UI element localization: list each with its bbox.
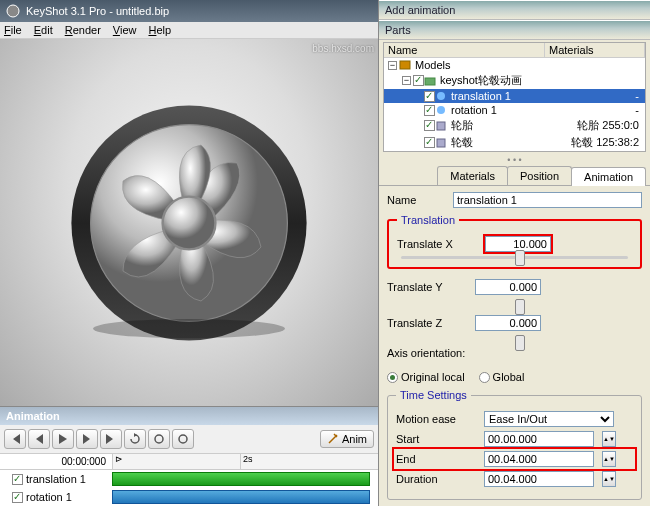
- expand-toggle[interactable]: −: [402, 76, 411, 85]
- svg-point-9: [437, 92, 445, 100]
- track-bar-rotation[interactable]: [112, 490, 370, 504]
- group-icon: [424, 75, 438, 87]
- ty-label: Translate Y: [387, 281, 467, 293]
- add-animation-label: Anim: [342, 433, 367, 445]
- duration-label: Duration: [396, 473, 476, 485]
- track-row-rotation[interactable]: rotation 1: [0, 488, 378, 506]
- duration-input[interactable]: [484, 471, 594, 487]
- play-button[interactable]: [52, 429, 74, 449]
- node-group[interactable]: keyshot轮毂动画: [440, 73, 522, 88]
- tz-input[interactable]: [475, 315, 541, 331]
- end-input[interactable]: [484, 451, 594, 467]
- window-title: KeyShot 3.1 Pro - untitled.bip: [26, 5, 169, 17]
- end-spinner[interactable]: ▲▼: [602, 451, 616, 467]
- current-time: 00:00:000: [0, 454, 112, 469]
- svg-rect-7: [400, 61, 410, 69]
- orient-global-radio[interactable]: Global: [479, 371, 525, 384]
- tab-position[interactable]: Position: [507, 166, 572, 185]
- wand-icon: [327, 433, 339, 445]
- property-tabs: Materials Position Animation: [379, 166, 650, 186]
- tab-animation[interactable]: Animation: [571, 167, 646, 186]
- end-label: End: [396, 453, 476, 465]
- tree-columns: NameMaterials: [384, 43, 645, 58]
- add-animation-button[interactable]: Anim: [320, 430, 374, 448]
- track-label: translation 1: [26, 473, 86, 485]
- ease-select[interactable]: Ease In/Out: [484, 411, 614, 427]
- track-bar-translation[interactable]: [112, 472, 370, 486]
- svg-rect-8: [425, 78, 435, 85]
- start-spinner[interactable]: ▲▼: [602, 431, 616, 447]
- splitter-grip[interactable]: • • •: [379, 154, 650, 166]
- animation-icon: [435, 90, 449, 102]
- track-checkbox[interactable]: [12, 492, 23, 503]
- node-tire[interactable]: 轮胎: [451, 118, 473, 133]
- viewport[interactable]: bbs.hxsd.com: [0, 39, 378, 406]
- prev-frame-button[interactable]: [28, 429, 50, 449]
- menu-view[interactable]: View: [113, 24, 137, 36]
- ty-input[interactable]: [475, 279, 541, 295]
- parts-header: Parts: [379, 20, 650, 40]
- menu-help[interactable]: Help: [148, 24, 171, 36]
- track-checkbox[interactable]: [12, 474, 23, 485]
- track-label: rotation 1: [26, 491, 72, 503]
- svg-point-5: [155, 435, 163, 443]
- node-checkbox[interactable]: [424, 105, 435, 116]
- animation-icon: [435, 104, 449, 116]
- loop-button[interactable]: [124, 429, 146, 449]
- svg-rect-12: [437, 139, 445, 147]
- ease-label: Motion ease: [396, 413, 476, 425]
- node-checkbox[interactable]: [413, 75, 424, 86]
- timeline: 00:00:000 ⊳ 2s translation 1 rotation 1: [0, 454, 378, 506]
- part-icon: [435, 137, 449, 149]
- svg-point-6: [179, 435, 187, 443]
- svg-point-3: [163, 196, 216, 249]
- window-titlebar: KeyShot 3.1 Pro - untitled.bip: [0, 0, 378, 22]
- playback-toolbar: Anim: [0, 425, 378, 454]
- start-input[interactable]: [484, 431, 594, 447]
- settings2-button[interactable]: [172, 429, 194, 449]
- translation-legend: Translation: [397, 214, 459, 226]
- name-input[interactable]: [453, 192, 642, 208]
- node-translation[interactable]: translation 1: [451, 90, 511, 102]
- app-icon: [6, 4, 20, 18]
- menu-render[interactable]: Render: [65, 24, 101, 36]
- node-checkbox[interactable]: [424, 137, 435, 148]
- track-row-translation[interactable]: translation 1: [0, 470, 378, 488]
- watermark: bbs.hxsd.com: [312, 43, 374, 54]
- add-animation-header: Add animation: [379, 0, 650, 20]
- start-label: Start: [396, 433, 476, 445]
- tab-materials[interactable]: Materials: [437, 166, 508, 185]
- svg-point-0: [7, 5, 19, 17]
- settings1-button[interactable]: [148, 429, 170, 449]
- tx-label: Translate X: [397, 238, 477, 250]
- svg-point-10: [437, 106, 445, 114]
- orient-local-radio[interactable]: Original local: [387, 371, 465, 384]
- tz-label: Translate Z: [387, 317, 467, 329]
- duration-spinner[interactable]: ▲▼: [602, 471, 616, 487]
- time-settings-group: Time Settings Motion ease Ease In/Out St…: [387, 389, 642, 500]
- wheel-render: [69, 103, 309, 343]
- animation-panel-title: Animation: [0, 406, 378, 425]
- parts-tree[interactable]: NameMaterials −Models −keyshot轮毂动画 trans…: [383, 42, 646, 152]
- skip-start-button[interactable]: [4, 429, 26, 449]
- node-models[interactable]: Models: [415, 59, 450, 71]
- expand-toggle[interactable]: −: [388, 61, 397, 70]
- tx-slider[interactable]: [401, 256, 628, 259]
- time-settings-legend: Time Settings: [396, 389, 471, 401]
- menu-edit[interactable]: Edit: [34, 24, 53, 36]
- next-frame-button[interactable]: [76, 429, 98, 449]
- menubar: File Edit Render View Help: [0, 22, 378, 39]
- svg-rect-11: [437, 122, 445, 130]
- svg-point-4: [93, 319, 285, 338]
- models-icon: [399, 59, 413, 71]
- node-hub[interactable]: 轮毂: [451, 135, 473, 150]
- part-icon: [435, 120, 449, 132]
- name-label: Name: [387, 194, 447, 206]
- node-checkbox[interactable]: [424, 120, 435, 131]
- time-ruler[interactable]: ⊳ 2s: [112, 454, 378, 469]
- node-rotation[interactable]: rotation 1: [451, 104, 497, 116]
- node-checkbox[interactable]: [424, 91, 435, 102]
- translation-group: Translation Translate X: [387, 214, 642, 269]
- menu-file[interactable]: File: [4, 24, 22, 36]
- skip-end-button[interactable]: [100, 429, 122, 449]
